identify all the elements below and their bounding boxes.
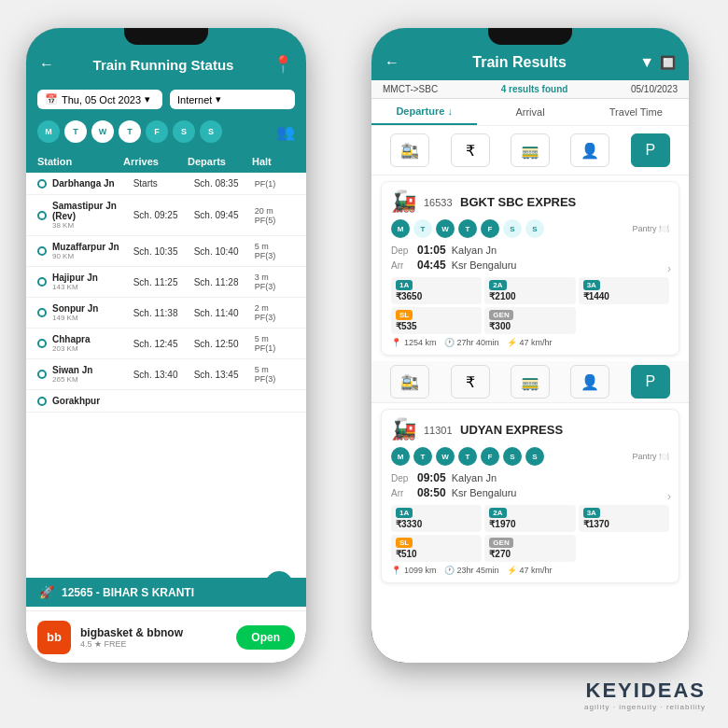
col-departs: Departs <box>188 156 252 167</box>
filter-quota-btn[interactable]: 👤 <box>570 133 609 167</box>
filter-icon[interactable]: ▼ <box>639 54 654 71</box>
fare2-1A: 1A ₹3330 <box>391 505 482 532</box>
filter-fare-btn-2[interactable]: ₹ <box>451 365 490 399</box>
arr-station-2: Ksr Bengaluru <box>452 487 517 498</box>
right-screen: ← Train Results ▼ 🔲 MMCT->SBC 4 results … <box>371 28 689 663</box>
dep-station-2: Kalyan Jn <box>452 472 497 483</box>
back-arrow-left[interactable]: ← <box>39 56 54 73</box>
train-days-2: M T W T F S S Pantry 🍽️ <box>391 447 669 466</box>
left-screen: ← Train Running Status 📍 📅 Thu, 05 Oct 2… <box>26 28 306 663</box>
filter-pantry-btn-2[interactable]: P <box>631 365 670 399</box>
ad-open-button[interactable]: Open <box>236 625 295 650</box>
right-notch <box>488 28 572 45</box>
table-row[interactable]: Darbhanga Jn Starts Sch. 08:35 PF(1) <box>26 173 306 195</box>
dep-arr-1: Dep 01:05 Kalyan Jn Arr 04:45 Ksr Bengal… <box>391 244 669 272</box>
train-name-1: BGKT SBC EXPRES <box>460 195 576 209</box>
tab-travel-time[interactable]: Travel Time <box>583 99 689 125</box>
fare2-GEN: GEN ₹270 <box>484 535 575 562</box>
train-card-2[interactable]: 🚂 11301 UDYAN EXPRESS M T W T F S S Pant… <box>381 409 679 583</box>
train-icon-1: 🚂 <box>391 189 416 214</box>
sort-tabs: Departure ↓ Arrival Travel Time <box>371 99 689 126</box>
date-picker[interactable]: 📅 Thu, 05 Oct 2023 ▾ <box>37 90 162 109</box>
day-S1[interactable]: S <box>173 120 195 143</box>
distance-icon-2: 📍 <box>391 566 401 575</box>
fare-grid-1: 1A ₹3650 2A ₹2100 3A ₹1440 SL ₹535 <box>391 277 669 334</box>
filter-icons-row-2: 🚉 ₹ 🚃 👤 P <box>371 361 689 403</box>
day-T-2: T <box>413 447 432 466</box>
day-T2-2: T <box>458 447 477 466</box>
train-number-2: 11301 <box>424 425 453 436</box>
day-T2[interactable]: T <box>119 120 141 143</box>
duration-2: 23hr 45min <box>457 566 499 575</box>
train-icon-2: 🚂 <box>391 417 416 441</box>
day-W-1: W <box>436 219 455 238</box>
table-row[interactable]: Chhapra 203 KM Sch. 12:45 Sch. 12:50 5 m… <box>26 329 306 359</box>
fare-1A: 1A ₹3650 <box>391 277 482 304</box>
day-S1-1: S <box>503 219 522 238</box>
source-picker[interactable]: Internet ▾ <box>170 90 295 109</box>
train-stats-1: 📍 1254 km 🕐 27hr 40min ⚡ 47 km/hr <box>391 338 669 347</box>
day-T-1: T <box>413 219 432 238</box>
tab-arrival-label: Arrival <box>515 106 544 118</box>
filter-station-btn[interactable]: 🚉 <box>390 133 429 167</box>
chevron-down-icon: ▾ <box>145 93 150 105</box>
station-list: Darbhanga Jn Starts Sch. 08:35 PF(1) Sam… <box>26 173 306 527</box>
day-F-1: F <box>481 219 499 238</box>
day-S2-1: S <box>525 219 544 238</box>
brand-tagline: agility · ingenuity · reliability <box>584 703 706 711</box>
search-date: 05/10/2023 <box>631 84 678 94</box>
fare2-SL: SL ₹510 <box>391 535 482 562</box>
table-row[interactable]: Gorakhpur <box>26 390 306 413</box>
speed-2: 47 km/hr <box>520 566 553 575</box>
tab-arrival[interactable]: Arrival <box>477 99 582 125</box>
scan-icon[interactable]: 🔲 <box>660 55 676 70</box>
pantry-label-1: Pantry 🍽️ <box>632 224 669 233</box>
route-label: MMCT->SBC <box>383 84 438 94</box>
day-T2-1: T <box>458 219 477 238</box>
tab-departure[interactable]: Departure ↓ <box>371 99 477 125</box>
filter-quota-btn-2[interactable]: 👤 <box>570 365 609 399</box>
duration-icon-1: 🕐 <box>444 338 455 347</box>
col-station: Station <box>37 156 123 167</box>
table-row[interactable]: Siwan Jn 265 KM Sch. 13:40 Sch. 13:45 5 … <box>26 359 306 390</box>
ad-rating: 4.5 ★ FREE <box>80 639 227 649</box>
filter-class-btn[interactable]: 🚃 <box>511 133 550 167</box>
day-W[interactable]: W <box>91 120 114 143</box>
dep-time-2: 09:05 <box>417 471 446 484</box>
ad-logo: bb <box>37 621 71 654</box>
location-icon[interactable]: 📍 <box>273 54 293 75</box>
col-arrives: Arrives <box>123 156 188 167</box>
filter-class-btn-2[interactable]: 🚃 <box>511 365 550 399</box>
tab-departure-label: Departure ↓ <box>396 105 453 117</box>
day-W-2: W <box>436 447 455 466</box>
day-S2-2: S <box>525 447 544 466</box>
day-T1[interactable]: T <box>64 120 87 143</box>
day-M[interactable]: M <box>37 120 60 143</box>
arr-time-2: 08:50 <box>417 486 446 499</box>
train-footer: 🚀 12565 - BIHAR S KRANTI <box>26 578 306 607</box>
fare-GEN: GEN ₹300 <box>484 307 575 334</box>
filter-station-btn-2[interactable]: 🚉 <box>390 365 429 399</box>
back-arrow-right[interactable]: ← <box>385 54 399 71</box>
pantry-label-2: Pantry 🍽️ <box>632 452 669 461</box>
distance-icon-1: 📍 <box>391 338 401 347</box>
right-phone: ← Train Results ▼ 🔲 MMCT->SBC 4 results … <box>371 28 689 663</box>
distance-1: 1254 km <box>404 338 437 347</box>
day-S2[interactable]: S <box>200 120 222 143</box>
brand-name: KEYIDEAS <box>584 679 706 703</box>
train-badge-icon: 🚀 <box>39 585 54 599</box>
table-row[interactable]: Muzaffarpur Jn 90 KM Sch. 10:35 Sch. 10:… <box>26 236 306 267</box>
tab-traveltime-label: Travel Time <box>609 106 663 118</box>
arr-station-1: Ksr Bengaluru <box>452 259 517 271</box>
filter-pantry-btn[interactable]: P <box>631 133 670 167</box>
table-row[interactable]: Samastipur Jn (Rev) 38 KM Sch. 09:25 Sch… <box>26 195 306 236</box>
filter-fare-btn[interactable]: ₹ <box>451 133 490 167</box>
distance-2: 1099 km <box>404 566 437 575</box>
table-row[interactable]: Hajipur Jn 143 KM Sch. 11:25 Sch. 11:28 … <box>26 267 306 298</box>
train-card-1[interactable]: 🚂 16533 BGKT SBC EXPRES M T W T F S S Pa… <box>381 181 679 356</box>
table-row[interactable]: Sonpur Jn 149 KM Sch. 11:38 Sch. 11:40 2… <box>26 298 306 329</box>
calendar-icon: 📅 <box>45 93 58 105</box>
day-F[interactable]: F <box>146 120 168 143</box>
train-card-header-1: 🚂 16533 BGKT SBC EXPRES <box>391 189 669 214</box>
chevron-down-icon-2: ▾ <box>216 93 221 105</box>
